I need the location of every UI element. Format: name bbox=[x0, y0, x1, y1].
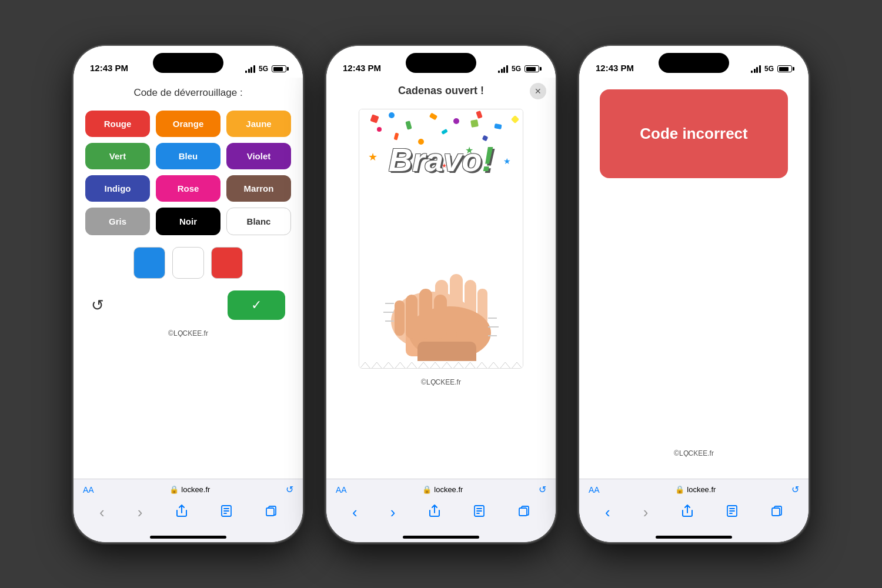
phone3-main: Code incorrect ©LǪCKEE.fr bbox=[579, 78, 808, 479]
reload-button-1[interactable]: ↺ bbox=[286, 484, 293, 495]
url-bar-2: AA 🔒 lockee.fr ↺ bbox=[326, 479, 556, 500]
network-type-2: 5G bbox=[512, 65, 521, 73]
forward-button-1[interactable]: › bbox=[138, 503, 143, 522]
cadenas-title: Cadenas ouvert ! bbox=[398, 85, 484, 97]
svg-rect-14 bbox=[419, 289, 432, 339]
dynamic-island-3 bbox=[659, 53, 729, 73]
reload-button-3[interactable]: ↺ bbox=[791, 484, 799, 495]
svg-rect-13 bbox=[434, 295, 447, 339]
color-grid: Rouge Orange Jaune Vert Bleu Violet Indi… bbox=[85, 111, 291, 235]
status-icons-3: 5G bbox=[751, 65, 792, 73]
color-orange[interactable]: Orange bbox=[156, 111, 220, 137]
share-button-1[interactable] bbox=[176, 505, 188, 520]
share-button-2[interactable] bbox=[429, 505, 440, 520]
dynamic-island-1 bbox=[153, 53, 223, 73]
confirm-button[interactable]: ✓ bbox=[228, 290, 285, 320]
color-vert[interactable]: Vert bbox=[85, 143, 150, 169]
aa-button-2[interactable]: AA bbox=[336, 485, 347, 495]
forward-button-3[interactable]: › bbox=[643, 503, 649, 522]
phone-3: 12:43 PM 5G Code incorrect bbox=[579, 46, 808, 542]
footer-2: ©LǪCKEE.fr bbox=[416, 373, 466, 391]
signal-icon-2 bbox=[498, 65, 508, 73]
bravo-text: Bravo! bbox=[389, 139, 494, 179]
bookmarks-button-1[interactable] bbox=[220, 505, 232, 520]
url-address-1[interactable]: 🔒 lockee.fr bbox=[99, 485, 281, 494]
url-text-3: lockee.fr bbox=[687, 485, 716, 494]
back-button-2[interactable]: ‹ bbox=[352, 503, 358, 522]
color-bleu[interactable]: Bleu bbox=[156, 143, 220, 169]
screen-1: Code de déverrouillage : Rouge Orange Ja… bbox=[74, 78, 303, 479]
color-rouge[interactable]: Rouge bbox=[85, 111, 150, 137]
selected-swatch-3 bbox=[211, 247, 243, 279]
signal-icon-1 bbox=[245, 65, 255, 73]
status-time-1: 12:43 PM bbox=[90, 63, 128, 73]
back-button-1[interactable]: ‹ bbox=[99, 503, 105, 522]
home-indicator-3 bbox=[656, 536, 732, 539]
color-noir[interactable]: Noir bbox=[156, 208, 220, 235]
network-type-3: 5G bbox=[764, 65, 774, 73]
close-button[interactable]: ✕ bbox=[530, 83, 546, 99]
bottom-bar-1: AA 🔒 lockee.fr ↺ ‹ › bbox=[74, 479, 303, 542]
lock-icon-3: 🔒 bbox=[675, 485, 684, 494]
url-address-2[interactable]: 🔒 lockee.fr bbox=[352, 485, 534, 494]
battery-icon-2 bbox=[524, 65, 539, 72]
signal-icon-3 bbox=[751, 65, 761, 73]
forward-button-2[interactable]: › bbox=[390, 503, 396, 522]
hands-illustration bbox=[365, 192, 517, 368]
color-indigo[interactable]: Indigo bbox=[85, 175, 150, 202]
nav-bar-1: ‹ › bbox=[74, 500, 303, 533]
color-marron[interactable]: Marron bbox=[226, 175, 291, 202]
status-time-2: 12:43 PM bbox=[343, 63, 381, 73]
bottom-bar-2: AA 🔒 lockee.fr ↺ ‹ › bbox=[326, 479, 556, 542]
cadenas-header: Cadenas ouvert ! ✕ bbox=[326, 78, 556, 104]
aa-button-3[interactable]: AA bbox=[589, 485, 600, 495]
url-text-2: lockee.fr bbox=[434, 485, 463, 494]
dynamic-island-2 bbox=[406, 53, 476, 73]
lock-icon-1: 🔒 bbox=[169, 485, 179, 494]
status-icons-1: 5G bbox=[245, 65, 286, 73]
bottom-bar-3: AA 🔒 lockee.fr ↺ ‹ › bbox=[579, 479, 808, 542]
tabs-button-2[interactable] bbox=[518, 505, 530, 520]
color-jaune[interactable]: Jaune bbox=[226, 111, 291, 137]
error-text: Code incorrect bbox=[617, 125, 770, 143]
aa-button-1[interactable]: AA bbox=[83, 485, 94, 495]
color-blanc[interactable]: Blanc bbox=[226, 208, 291, 235]
network-type-1: 5G bbox=[259, 65, 268, 73]
svg-rect-25 bbox=[772, 508, 780, 516]
url-address-3[interactable]: 🔒 lockee.fr bbox=[604, 485, 787, 494]
color-rose[interactable]: Rose bbox=[156, 175, 220, 202]
bravo-card: ★ ★ ★ ★ Bravo! bbox=[359, 109, 523, 369]
svg-rect-16 bbox=[395, 300, 405, 336]
back-button-3[interactable]: ‹ bbox=[605, 503, 610, 522]
screen-3: Code incorrect ©LǪCKEE.fr bbox=[579, 78, 808, 479]
color-violet[interactable]: Violet bbox=[226, 143, 291, 169]
svg-rect-23 bbox=[519, 508, 527, 516]
tabs-button-1[interactable] bbox=[265, 505, 277, 520]
share-button-3[interactable] bbox=[681, 505, 693, 520]
home-indicator-2 bbox=[403, 536, 479, 539]
reload-button-2[interactable]: ↺ bbox=[539, 484, 546, 495]
svg-rect-15 bbox=[406, 295, 417, 339]
footer-3: ©LǪCKEE.fr bbox=[664, 440, 723, 467]
tabs-button-3[interactable] bbox=[771, 505, 783, 520]
url-bar-1: AA 🔒 lockee.fr ↺ bbox=[74, 479, 303, 500]
status-time-3: 12:43 PM bbox=[596, 63, 634, 73]
zigzag-border bbox=[359, 361, 523, 368]
phone-1: 12:43 PM 5G Code de déverrouillage : bbox=[74, 46, 303, 542]
svg-rect-1 bbox=[266, 508, 274, 516]
error-card: Code incorrect bbox=[600, 89, 788, 178]
bookmarks-button-3[interactable] bbox=[726, 505, 738, 520]
bookmarks-button-2[interactable] bbox=[473, 505, 485, 520]
url-bar-3: AA 🔒 lockee.fr ↺ bbox=[579, 479, 808, 500]
url-text-1: lockee.fr bbox=[181, 485, 210, 494]
status-icons-2: 5G bbox=[498, 65, 539, 73]
reset-button[interactable]: ↺ bbox=[91, 296, 104, 315]
unlock-title: Code de déverrouillage : bbox=[85, 87, 291, 99]
selected-colors bbox=[85, 247, 291, 279]
color-gris[interactable]: Gris bbox=[85, 208, 150, 235]
nav-bar-3: ‹ › bbox=[579, 500, 808, 533]
lock-icon-2: 🔒 bbox=[422, 485, 432, 494]
bravo-image: ★ ★ ★ ★ Bravo! bbox=[359, 109, 523, 368]
home-indicator-1 bbox=[150, 536, 226, 539]
action-row: ↺ ✓ bbox=[85, 290, 291, 320]
